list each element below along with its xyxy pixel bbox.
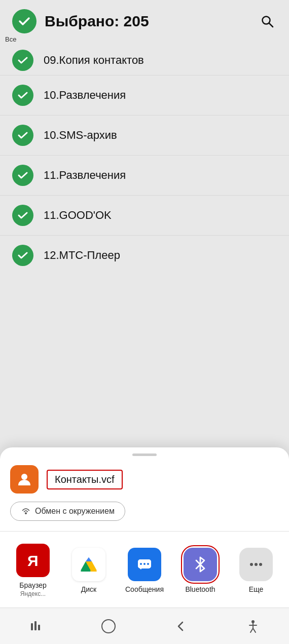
search-button[interactable] xyxy=(258,12,277,31)
svg-rect-27 xyxy=(34,621,37,630)
app-bluetooth[interactable]: Bluetooth xyxy=(175,548,226,593)
navigation-bar xyxy=(0,608,289,644)
app-bluetooth-label: Bluetooth xyxy=(185,585,215,593)
file-name: Контакты.vcf xyxy=(47,470,123,489)
selected-count-title: Выбрано: 205 xyxy=(45,13,249,30)
gdrive-icon xyxy=(72,548,105,581)
app-more[interactable]: Еще xyxy=(231,548,281,593)
contact-name: 09.Копия контактов xyxy=(44,54,144,67)
header: Выбрано: 205 xyxy=(0,0,289,40)
app-messages[interactable]: Сообщения xyxy=(119,548,170,593)
share-apps-row: Я Браузер Яндекс... xyxy=(0,536,289,608)
app-yandex-label: Браузер xyxy=(19,581,46,589)
contact-name: 10.SMS-архив xyxy=(44,129,117,142)
item-checkbox[interactable] xyxy=(12,50,33,71)
more-icon xyxy=(239,548,273,581)
svg-point-29 xyxy=(102,620,115,633)
app-yandex-sublabel: Яндекс... xyxy=(20,590,46,597)
app-gdrive-label: Диск xyxy=(81,585,96,593)
list-item[interactable]: 10.Развлечения xyxy=(0,75,289,116)
contact-name: 11.Развлечения xyxy=(44,169,126,182)
select-all-checkbox[interactable] xyxy=(12,9,37,33)
back-button[interactable] xyxy=(165,611,196,641)
svg-point-23 xyxy=(250,563,253,566)
list-item[interactable]: 09.Копия контактов xyxy=(0,46,289,75)
svg-point-2 xyxy=(21,474,27,480)
messages-icon xyxy=(128,548,161,581)
item-checkbox[interactable] xyxy=(12,85,33,106)
svg-rect-28 xyxy=(38,625,40,630)
svg-point-3 xyxy=(25,512,27,514)
svg-point-25 xyxy=(259,563,262,566)
list-item[interactable]: 10.SMS-архив xyxy=(0,116,289,156)
svg-rect-20 xyxy=(140,563,142,565)
app-yandex[interactable]: Я Браузер Яндекс... xyxy=(8,544,58,597)
divider xyxy=(0,531,289,532)
app-messages-label: Сообщения xyxy=(125,585,164,593)
sheet-drag-handle xyxy=(132,453,157,456)
all-label: Все xyxy=(5,35,16,43)
bluetooth-icon xyxy=(184,548,217,581)
app-more-label: Еще xyxy=(249,585,264,593)
item-checkbox[interactable] xyxy=(12,245,33,266)
svg-text:Я: Я xyxy=(27,552,39,569)
svg-point-24 xyxy=(255,563,258,566)
svg-line-1 xyxy=(269,23,273,27)
item-checkbox[interactable] xyxy=(12,165,33,186)
file-type-icon xyxy=(10,465,39,494)
svg-line-33 xyxy=(250,628,253,632)
list-item[interactable]: 11.GOOD'OK xyxy=(0,196,289,236)
share-bottom-sheet: Контакты.vcf Обмен с окружением Я Браузе… xyxy=(0,447,289,608)
home-button[interactable] xyxy=(93,611,124,641)
contact-name: 12.МТС-Плеер xyxy=(44,249,120,262)
item-checkbox[interactable] xyxy=(12,125,33,146)
svg-line-34 xyxy=(253,628,256,632)
file-row: Контакты.vcf xyxy=(0,465,289,502)
accessibility-button[interactable] xyxy=(238,611,268,641)
list-item[interactable]: 12.МТС-Плеер xyxy=(0,236,289,275)
svg-rect-26 xyxy=(31,623,33,630)
yandex-icon: Я xyxy=(16,544,50,577)
svg-rect-22 xyxy=(147,563,149,565)
nearby-share-button[interactable]: Обмен с окружением xyxy=(10,502,125,521)
app-gdrive[interactable]: Диск xyxy=(63,548,114,593)
recents-button[interactable] xyxy=(21,611,51,641)
contact-name: 11.GOOD'OK xyxy=(44,209,112,222)
list-item[interactable]: 11.Развлечения xyxy=(0,156,289,196)
contact-name: 10.Развлечения xyxy=(44,89,126,102)
svg-rect-21 xyxy=(143,563,146,565)
nearby-share-label: Обмен с окружением xyxy=(35,507,115,516)
item-checkbox[interactable] xyxy=(12,205,33,226)
svg-marker-16 xyxy=(86,557,92,561)
contact-list: 09.Копия контактов 10.Развлечения 10.SMS… xyxy=(0,46,289,275)
